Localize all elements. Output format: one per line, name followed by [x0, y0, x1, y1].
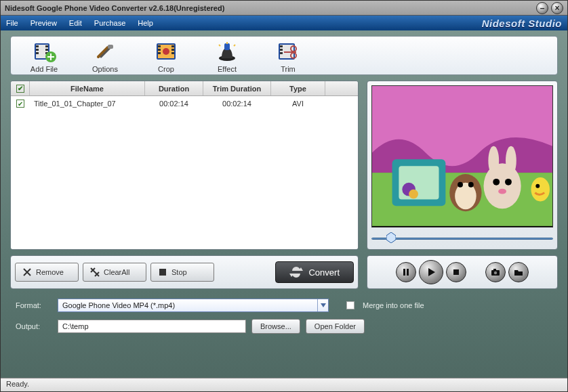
svg-rect-14	[158, 52, 161, 54]
remove-button[interactable]: Remove	[15, 263, 79, 282]
svg-point-18	[163, 48, 169, 55]
svg-point-51	[494, 271, 497, 274]
svg-rect-47	[403, 269, 405, 276]
addfile-button[interactable]: Add File	[14, 41, 75, 73]
action-panel: Remove ClearAll Stop Convert	[10, 255, 359, 289]
output-label: Output:	[16, 322, 52, 330]
stop-button[interactable]: Stop	[150, 263, 214, 282]
svg-rect-17	[171, 52, 174, 54]
effect-icon	[215, 41, 239, 62]
remove-label: Remove	[36, 268, 64, 276]
effect-button[interactable]: Effect	[197, 41, 258, 73]
header-type[interactable]: Type	[271, 81, 325, 95]
svg-point-37	[468, 182, 474, 188]
menu-purchase[interactable]: Purchase	[94, 19, 125, 27]
crop-label: Crop	[158, 65, 174, 73]
browse-button[interactable]: Browse...	[251, 319, 300, 334]
window-title: Nidesoft Google Phone Video Converter v2…	[5, 4, 533, 12]
checkbox-icon: ✔	[16, 85, 24, 93]
trim-icon	[276, 41, 300, 62]
video-preview[interactable]	[371, 85, 553, 227]
svg-point-40	[506, 146, 516, 175]
output-field[interactable]	[58, 320, 246, 333]
toolbar: Add File Options Crop Effect Trim	[10, 36, 558, 75]
svg-rect-2	[36, 45, 39, 47]
stop-icon	[158, 267, 167, 277]
convert-icon	[289, 265, 303, 279]
slider-thumb[interactable]	[386, 232, 396, 243]
format-combo[interactable]: Google Phone Video MP4 (*.mp4)	[58, 299, 329, 312]
header-filename[interactable]: FileName	[30, 81, 145, 95]
addfile-icon	[32, 41, 56, 62]
svg-rect-9	[108, 45, 113, 49]
stop-label: Stop	[171, 268, 187, 276]
clearall-label: ClearAll	[104, 268, 130, 276]
status-text: Ready.	[6, 380, 29, 388]
cell-trimduration: 00:02:14	[203, 100, 271, 108]
close-button[interactable]: ×	[551, 2, 563, 14]
svg-rect-16	[171, 49, 174, 51]
app-window: Nidesoft Google Phone Video Converter v2…	[0, 0, 568, 392]
open-snapshot-folder-button[interactable]	[508, 262, 529, 282]
svg-point-36	[458, 182, 463, 188]
svg-point-41	[493, 179, 500, 186]
svg-rect-15	[171, 45, 174, 47]
convert-button[interactable]: Convert	[275, 261, 354, 283]
cell-duration: 00:02:14	[145, 100, 203, 108]
svg-rect-4	[36, 52, 39, 54]
options-button[interactable]: Options	[75, 41, 136, 73]
grid-header: ✔ FileName Duration Trim Duration Type	[11, 81, 358, 96]
snapshot-button[interactable]	[485, 262, 506, 282]
header-checkbox-cell[interactable]: ✔	[11, 81, 30, 95]
trim-label: Trim	[281, 65, 296, 73]
minimize-button[interactable]: –	[536, 2, 548, 14]
crop-button[interactable]: Crop	[136, 41, 197, 73]
cell-filename: Title_01_01_Chapter_07	[30, 100, 145, 108]
playback-slider[interactable]	[371, 232, 553, 245]
svg-rect-6	[45, 49, 48, 51]
svg-rect-24	[280, 49, 283, 51]
play-button[interactable]	[419, 260, 443, 284]
clearall-icon	[90, 267, 100, 277]
menu-help[interactable]: Help	[138, 19, 153, 27]
options-label: Options	[92, 65, 118, 73]
header-duration[interactable]: Duration	[145, 81, 203, 95]
svg-point-39	[488, 146, 499, 175]
svg-rect-3	[36, 49, 39, 51]
svg-point-44	[531, 177, 550, 201]
clearall-button[interactable]: ClearAll	[83, 263, 146, 282]
svg-point-42	[505, 179, 512, 186]
svg-point-45	[535, 184, 540, 188]
client-area: Add File Options Crop Effect Trim	[1, 30, 567, 391]
trim-button[interactable]: Trim	[258, 41, 319, 73]
merge-checkbox[interactable]	[346, 301, 354, 309]
openfolder-button[interactable]: Open Folder	[306, 319, 365, 334]
menu-preview[interactable]: Preview	[31, 19, 57, 27]
file-list-panel: ✔ FileName Duration Trim Duration Type ✔…	[10, 81, 359, 250]
format-value: Google Phone Video MP4 (*.mp4)	[62, 301, 175, 309]
svg-rect-49	[453, 269, 459, 275]
options-icon	[93, 41, 117, 62]
chevron-down-icon	[317, 299, 328, 311]
merge-label: Merge into one file	[363, 301, 424, 309]
effect-label: Effect	[218, 65, 237, 73]
stop-playback-button[interactable]	[446, 262, 466, 282]
addfile-label: Add File	[31, 65, 58, 73]
menu-edit[interactable]: Edit	[69, 19, 82, 27]
pause-button[interactable]	[396, 262, 416, 282]
row-checkbox[interactable]: ✔	[16, 100, 24, 108]
preview-frame	[372, 86, 552, 226]
header-trimduration[interactable]: Trim Duration	[203, 81, 271, 95]
status-bar: Ready.	[1, 378, 567, 391]
svg-rect-13	[158, 49, 161, 51]
svg-rect-5	[45, 45, 48, 47]
table-row[interactable]: ✔ Title_01_01_Chapter_07 00:02:14 00:02:…	[11, 96, 358, 111]
menu-file[interactable]: File	[6, 19, 18, 27]
slider-track	[371, 238, 553, 240]
grid-body: ✔ Title_01_01_Chapter_07 00:02:14 00:02:…	[11, 96, 358, 249]
menu-bar: File Preview Edit Purchase Help Nidesoft…	[1, 16, 567, 30]
svg-rect-20	[224, 43, 230, 50]
format-label: Format:	[16, 301, 52, 309]
convert-label: Convert	[308, 267, 340, 278]
remove-icon	[22, 267, 32, 277]
